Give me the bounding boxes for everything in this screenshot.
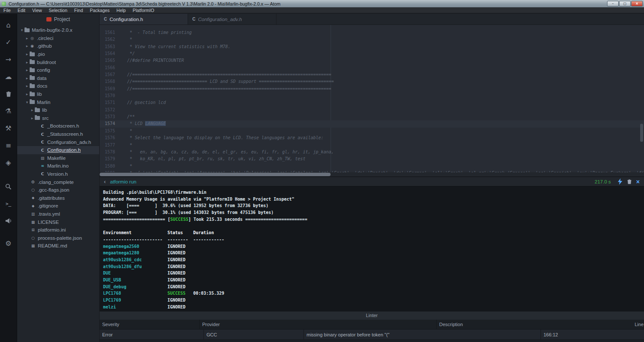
tree-item[interactable]: .circleci (17, 34, 99, 43)
code-line[interactable]: 1568 //============================= LCD… (100, 78, 644, 85)
env-row: melzi IGNORED (103, 304, 644, 311)
code-line[interactable]: 1562 * (100, 36, 644, 43)
code-line[interactable]: 1574 * LCD LANGUAGE (100, 120, 644, 127)
vertical-scrollbar[interactable] (640, 124, 643, 142)
tree-item[interactable]: .clang_complete (17, 178, 99, 186)
env-duration (193, 297, 644, 304)
build-check-icon[interactable]: ✓ (3, 37, 14, 47)
tree-item[interactable]: Makefile (17, 154, 99, 162)
notifications-icon[interactable] (3, 216, 14, 226)
tree-item[interactable]: docs (17, 82, 99, 90)
code-text: /** (127, 113, 135, 120)
tree-item[interactable]: buildroot (17, 58, 99, 66)
tree-item[interactable]: platformio.ini (17, 226, 99, 234)
tree-item[interactable]: .travis.yml (17, 210, 99, 218)
tree-item[interactable]: Marlin.ino (17, 162, 99, 170)
tree-item-label: .github (37, 43, 52, 49)
tree-item-label: .gitattributes (38, 195, 65, 201)
code-line[interactable]: 1566 (100, 64, 644, 71)
collapse-chevron-icon[interactable]: ‹ (104, 178, 106, 185)
editor-tab[interactable]: Configuration_adv.h (188, 14, 276, 24)
upload-arrow-icon[interactable]: → (3, 54, 14, 64)
tree-item[interactable]: .gcc-flags.json (17, 186, 99, 194)
code-editor[interactable]: 1561 * - Total time printing 1562 * 1563… (100, 25, 644, 177)
tree-item[interactable]: .github (17, 42, 99, 50)
code-line[interactable]: 1569 //=================================… (100, 86, 644, 92)
code-line[interactable]: 1575 * (100, 128, 644, 134)
code-line[interactable]: 1563 * View the current statistics with … (100, 43, 644, 50)
menu-item[interactable]: File (0, 8, 14, 13)
tree-item[interactable]: Marlin (17, 98, 99, 106)
tree-item[interactable]: _Statusscreen.h (17, 130, 99, 138)
tree-item[interactable]: process-palette.json (17, 234, 99, 242)
menu-item[interactable]: View (29, 8, 46, 13)
code-line[interactable]: 1571 // @section lcd (100, 99, 644, 106)
test-flask-icon[interactable]: ⚗ (3, 106, 14, 116)
horizontal-scrollbar-thumb[interactable] (100, 173, 331, 176)
code-line[interactable]: 1570 (100, 92, 644, 99)
code-line[interactable]: 1564 */ (100, 50, 644, 57)
task-list-icon[interactable]: ≡ (3, 140, 14, 150)
menu-item[interactable]: Edit (14, 8, 29, 13)
tree-item[interactable]: lib (17, 90, 99, 98)
debug-tools-icon[interactable]: ⚒ (3, 123, 14, 133)
file-icon (30, 204, 36, 208)
file-icon (30, 244, 36, 248)
search-icon[interactable] (3, 181, 14, 192)
tree-item[interactable]: lib (17, 106, 99, 114)
terminal-icon[interactable]: >_ (3, 198, 14, 209)
tree-item[interactable]: config (17, 66, 99, 74)
code-text: * (127, 142, 132, 149)
tree-item[interactable]: Configuration_adv.h (17, 138, 99, 146)
menu-item[interactable]: Find (71, 8, 86, 13)
code-line[interactable]: 1579 * ko_KR, nl, pl, pt, pt_br, ru, sk,… (100, 156, 644, 162)
tree-item[interactable]: LICENSE (17, 218, 99, 226)
tree-item[interactable]: _Bootscreen.h (17, 122, 99, 130)
code-line[interactable]: 1567 //=================================… (100, 71, 644, 78)
tree-item-label: Configuration_adv.h (47, 140, 91, 145)
code-line[interactable]: 1561 * - Total time printing (100, 29, 644, 36)
code-line[interactable]: 1573 /** (100, 113, 644, 120)
code-line[interactable]: 1577 * (100, 142, 644, 149)
tree-item-label: .circleci (37, 36, 53, 41)
tree-item[interactable]: Version.h (17, 170, 99, 178)
menu-item[interactable]: Selection (46, 8, 71, 13)
tree-item[interactable]: data (17, 74, 99, 82)
tree-item-label: _Bootscreen.h (47, 123, 79, 128)
clear-trash-icon[interactable] (627, 179, 632, 184)
tree-item[interactable]: Marlin-bugfix-2.0.x (17, 26, 99, 34)
menu-item[interactable]: Packages (86, 8, 113, 13)
code-line[interactable]: 1576 * Select the language to display on… (100, 134, 644, 141)
tree-item[interactable]: .gitattributes (17, 194, 99, 202)
code-line[interactable]: 1565 //#define PRINTCOUNTER (100, 57, 644, 64)
menu-item[interactable]: PlatformIO (129, 8, 158, 13)
code-line[interactable]: 1572 (100, 107, 644, 113)
horizontal-scrollbar-track[interactable] (100, 172, 644, 177)
selected-text: LANGUAGE (145, 121, 166, 126)
devices-icon[interactable]: ◈ (3, 157, 14, 168)
tree-item[interactable]: README.md (17, 242, 99, 250)
tree-item[interactable]: .pio (17, 50, 99, 58)
tree-item[interactable]: src (17, 114, 99, 122)
editor-tab[interactable]: Configuration.h (100, 14, 188, 24)
maximize-button[interactable]: ▢ (619, 1, 631, 6)
file-icon (39, 156, 46, 160)
terminal-close-icon[interactable]: × (636, 179, 640, 185)
linter-row[interactable]: Error GCC missing binary operator before… (100, 330, 644, 340)
code-line[interactable]: 1580 * (100, 163, 644, 170)
tree-item[interactable]: .gitignore (17, 202, 99, 210)
tree-item-label: data (37, 76, 46, 81)
tree-item-label: Marlin.ino (47, 163, 69, 168)
code-text: * (127, 36, 132, 43)
code-line[interactable]: 1578 * en, an, bg, ca, cz, da, de, el, e… (100, 149, 644, 156)
close-button[interactable]: × (631, 1, 643, 6)
rerun-lightning-icon[interactable] (618, 178, 623, 185)
tree-item[interactable]: Configuration.h (17, 146, 99, 154)
clean-trash-icon[interactable] (3, 89, 14, 99)
linter-panel: Linter SeverityProviderDescriptionLine E… (100, 311, 644, 342)
cloud-upload-icon[interactable]: ☁ (3, 71, 14, 82)
home-icon[interactable]: ⌂ (3, 20, 14, 30)
settings-gear-icon[interactable]: ⚙ (3, 238, 14, 248)
minimize-button[interactable]: – (607, 1, 619, 6)
menu-item[interactable]: Help (113, 8, 129, 13)
